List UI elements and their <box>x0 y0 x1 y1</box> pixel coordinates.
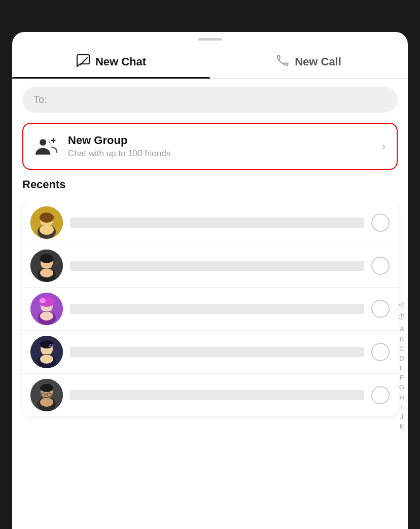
contact-checkbox[interactable] <box>371 300 390 318</box>
alpha-a[interactable]: A <box>400 325 404 334</box>
contacts-list: zz <box>22 201 398 416</box>
contact-name <box>70 261 364 271</box>
alpha-f[interactable]: F <box>400 373 404 382</box>
new-call-icon <box>276 54 290 70</box>
alpha-emoji-icon[interactable]: ☺ <box>398 299 406 310</box>
modal-sheet: New Chat New Call To: <box>12 32 408 529</box>
alpha-e[interactable]: E <box>400 364 404 373</box>
contact-row[interactable] <box>22 288 398 331</box>
search-bar-container: To: <box>12 79 408 121</box>
avatar <box>30 293 63 325</box>
svg-point-0 <box>40 139 46 146</box>
drag-handle[interactable] <box>12 32 408 45</box>
alpha-i[interactable]: I <box>401 403 403 412</box>
svg-point-9 <box>40 225 54 235</box>
new-group-card[interactable]: New Group Chat with up to 100 friends › <box>22 123 398 170</box>
avatar <box>30 379 63 411</box>
alpha-d[interactable]: D <box>399 354 404 363</box>
avatar <box>30 250 63 282</box>
phone-container: New Chat New Call To: <box>0 0 420 529</box>
tab-active-indicator <box>12 77 210 79</box>
svg-point-25 <box>40 355 53 364</box>
svg-point-12 <box>40 254 53 263</box>
contact-row[interactable]: zz <box>22 331 398 374</box>
to-label: To: <box>33 94 47 105</box>
contact-row[interactable] <box>22 374 398 416</box>
svg-point-29 <box>40 384 53 392</box>
tab-bar: New Chat New Call <box>12 45 408 79</box>
avatar: zz <box>30 336 63 368</box>
avatar <box>30 206 63 239</box>
svg-text:zz: zz <box>49 342 54 348</box>
svg-point-14 <box>40 268 53 277</box>
alpha-b[interactable]: B <box>400 335 404 344</box>
contact-name <box>70 304 364 314</box>
alpha-k[interactable]: K <box>400 422 404 431</box>
new-chat-label: New Chat <box>95 55 146 68</box>
new-chat-icon <box>76 54 90 70</box>
alpha-j[interactable]: J <box>400 412 404 421</box>
svg-point-20 <box>40 311 53 321</box>
tab-new-chat[interactable]: New Chat <box>12 45 210 78</box>
contact-row[interactable] <box>22 244 398 288</box>
contact-checkbox[interactable] <box>371 386 390 404</box>
contact-row[interactable] <box>22 201 398 244</box>
new-group-subtitle: Chat with up to 100 friends <box>68 149 373 159</box>
recents-section: Recents <box>12 178 408 201</box>
contact-checkbox[interactable] <box>371 257 390 275</box>
group-add-icon <box>34 136 59 157</box>
alphabet-index: ☺ ⏱ A B C D E F G H I J K <box>396 201 408 529</box>
contacts-list-wrapper: zz <box>12 201 408 529</box>
svg-point-18 <box>40 298 46 303</box>
contact-name <box>70 347 364 357</box>
alpha-c[interactable]: C <box>399 344 404 354</box>
alpha-recent-icon[interactable]: ⏱ <box>398 312 406 323</box>
new-group-chevron-icon: › <box>382 140 386 153</box>
to-search-bar[interactable]: To: <box>22 87 398 113</box>
contact-name <box>70 390 364 400</box>
new-group-text: New Group Chat with up to 100 friends <box>68 134 373 159</box>
recents-title: Recents <box>22 178 398 191</box>
alpha-g[interactable]: G <box>399 383 404 392</box>
alpha-h[interactable]: H <box>399 393 404 402</box>
new-group-title: New Group <box>68 134 373 147</box>
new-call-label: New Call <box>295 55 341 68</box>
contact-checkbox[interactable] <box>371 343 390 361</box>
svg-point-7 <box>40 213 54 223</box>
tab-new-call[interactable]: New Call <box>210 45 408 78</box>
drag-handle-bar <box>198 38 222 41</box>
svg-point-34 <box>40 398 53 407</box>
contact-name <box>70 218 364 228</box>
contact-checkbox[interactable] <box>371 214 390 232</box>
